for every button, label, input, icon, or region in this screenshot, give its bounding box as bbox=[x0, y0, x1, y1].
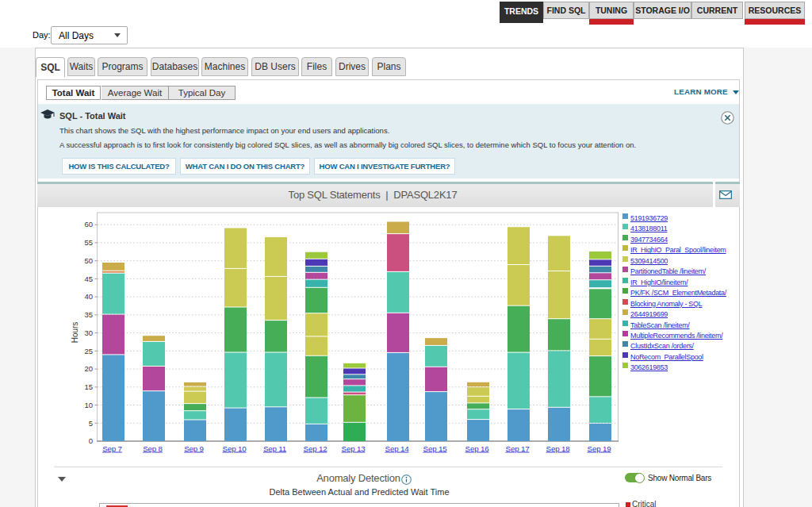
svg-text:15: 15 bbox=[84, 382, 93, 391]
svg-text:5: 5 bbox=[89, 419, 93, 428]
svg-text:35: 35 bbox=[84, 310, 93, 319]
svg-text:Sep 9: Sep 9 bbox=[184, 444, 204, 453]
svg-text:40: 40 bbox=[84, 292, 93, 301]
svg-text:60: 60 bbox=[84, 220, 93, 229]
svg-text:Sep 13: Sep 13 bbox=[342, 444, 366, 453]
svg-text:Hours: Hours bbox=[71, 322, 79, 344]
svg-text:20: 20 bbox=[84, 364, 93, 373]
svg-text:Sep 8: Sep 8 bbox=[143, 444, 163, 453]
svg-text:Sep 11: Sep 11 bbox=[263, 444, 286, 453]
svg-text:Sep 17: Sep 17 bbox=[506, 444, 530, 453]
svg-text:Sep 12: Sep 12 bbox=[304, 444, 327, 453]
svg-text:Sep 14: Sep 14 bbox=[385, 444, 410, 453]
svg-text:Sep 19: Sep 19 bbox=[588, 444, 611, 453]
svg-text:Sep 18: Sep 18 bbox=[546, 444, 571, 453]
svg-text:Sep 10: Sep 10 bbox=[223, 444, 247, 453]
svg-text:50: 50 bbox=[84, 256, 93, 265]
svg-text:0: 0 bbox=[89, 436, 93, 445]
svg-text:Sep 7: Sep 7 bbox=[102, 444, 122, 453]
svg-text:55: 55 bbox=[84, 238, 93, 247]
svg-text:25: 25 bbox=[84, 347, 93, 355]
svg-text:45: 45 bbox=[84, 275, 93, 283]
svg-text:Sep 16: Sep 16 bbox=[465, 444, 490, 453]
svg-text:30: 30 bbox=[84, 328, 93, 337]
svg-text:10: 10 bbox=[84, 401, 93, 409]
svg-text:Sep 15: Sep 15 bbox=[423, 444, 448, 453]
